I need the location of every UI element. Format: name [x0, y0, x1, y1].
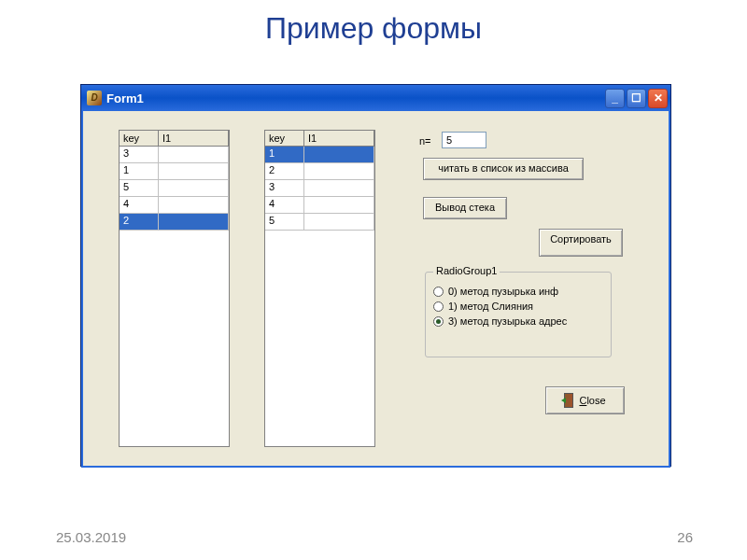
close-button[interactable]: Close — [545, 386, 625, 414]
grid2-header: key I1 — [265, 131, 374, 147]
grid1-header-i1: I1 — [159, 131, 229, 146]
cell-i1 — [304, 197, 374, 213]
cell-i1 — [159, 147, 229, 162]
string-grid-2[interactable]: key I1 12345 — [264, 130, 375, 447]
cell-key: 4 — [120, 197, 159, 213]
cell-key: 4 — [265, 197, 304, 213]
table-row[interactable]: 1 — [120, 163, 229, 180]
read-list-button[interactable]: читать в список из массива — [423, 158, 584, 180]
app-window: D Form1 _ ☐ ✕ key I1 31542 key I1 12345 … — [80, 84, 671, 467]
sort-button[interactable]: Сортировать — [539, 229, 623, 257]
close-button-label: Close — [579, 395, 605, 406]
radio-item[interactable]: 3) метод пузырька адрес — [433, 315, 603, 327]
radio-item[interactable]: 0) метод пузырька инф — [433, 286, 603, 297]
radio-group: RadioGroup1 0) метод пузырька инф1) мето… — [425, 272, 612, 357]
table-row[interactable]: 2 — [265, 163, 374, 180]
titlebar[interactable]: D Form1 _ ☐ ✕ — [81, 85, 670, 111]
cell-i1 — [304, 214, 374, 230]
window-title: Form1 — [106, 91, 605, 105]
grid1-header-key: key — [120, 131, 159, 146]
radio-label: 3) метод пузырька адрес — [448, 315, 567, 327]
cell-key: 1 — [265, 147, 304, 162]
radio-icon — [433, 287, 444, 297]
table-row[interactable]: 5 — [265, 214, 374, 231]
string-grid-1[interactable]: key I1 31542 — [119, 130, 230, 447]
table-row[interactable]: 2 — [120, 214, 229, 231]
grid2-header-i1: I1 — [304, 131, 374, 146]
radio-group-caption: RadioGroup1 — [433, 265, 500, 276]
table-row[interactable]: 4 — [265, 197, 374, 214]
radio-icon — [433, 316, 444, 327]
cell-key: 2 — [120, 214, 159, 230]
cell-i1 — [304, 147, 374, 162]
n-label: n= — [419, 135, 431, 147]
cell-i1 — [159, 163, 229, 179]
stack-output-button[interactable]: Вывод стека — [423, 197, 507, 219]
cell-i1 — [304, 180, 374, 196]
table-row[interactable]: 5 — [120, 180, 229, 197]
grid2-header-key: key — [265, 131, 304, 146]
radio-item[interactable]: 1) метод Слияния — [433, 301, 603, 312]
cell-key: 3 — [120, 147, 159, 162]
cell-i1 — [159, 214, 229, 230]
cell-i1 — [159, 197, 229, 213]
cell-key: 1 — [120, 163, 159, 179]
slide-page-number: 26 — [677, 529, 693, 545]
maximize-button[interactable]: ☐ — [627, 89, 646, 108]
window-controls: _ ☐ ✕ — [605, 89, 668, 108]
table-row[interactable]: 3 — [265, 180, 374, 197]
radio-icon — [433, 301, 444, 312]
table-row[interactable]: 4 — [120, 197, 229, 214]
table-row[interactable]: 1 — [265, 147, 374, 163]
minimize-button[interactable]: _ — [605, 89, 625, 108]
door-icon — [564, 393, 573, 408]
radio-label: 0) метод пузырька инф — [448, 286, 558, 297]
grid1-header: key I1 — [120, 131, 229, 147]
cell-key: 5 — [265, 214, 304, 230]
radio-label: 1) метод Слияния — [448, 301, 533, 312]
cell-i1 — [304, 163, 374, 179]
close-window-button[interactable]: ✕ — [648, 89, 668, 108]
cell-key: 3 — [265, 180, 304, 196]
cell-key: 2 — [265, 163, 304, 179]
slide-date: 25.03.2019 — [56, 529, 126, 545]
app-icon: D — [87, 91, 102, 105]
slide-title: Пример формы — [0, 11, 747, 46]
n-input[interactable] — [442, 132, 486, 148]
table-row[interactable]: 3 — [120, 147, 229, 163]
window-body: key I1 31542 key I1 12345 n= читать в сп… — [81, 111, 670, 468]
cell-key: 5 — [120, 180, 159, 196]
cell-i1 — [159, 180, 229, 196]
